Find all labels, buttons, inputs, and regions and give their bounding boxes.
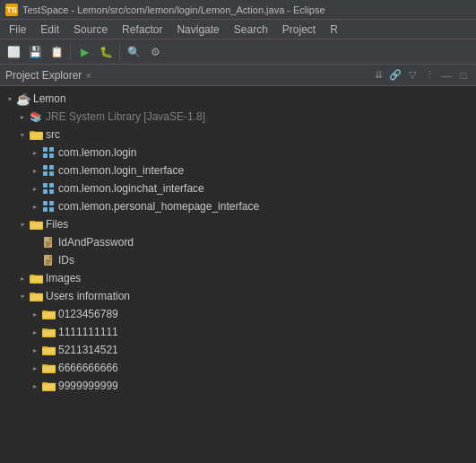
tree-arrow-user3[interactable]: [29, 344, 41, 356]
maximize-btn[interactable]: □: [456, 68, 471, 83]
svg-rect-14: [43, 189, 48, 194]
tree-icon-user4: [41, 361, 56, 375]
svg-rect-36: [30, 275, 43, 283]
svg-rect-15: [49, 189, 54, 194]
svg-rect-19: [49, 207, 54, 212]
tree-item-lemon[interactable]: ☕ Lemon: [0, 90, 476, 108]
tree-item-images[interactable]: Images: [0, 269, 476, 287]
collapse-all-btn[interactable]: ⇊: [371, 68, 385, 83]
tree-icon-pkg2: [41, 163, 56, 178]
tree-label-pkg4: com.lemon.personal_homepage_interface: [58, 200, 259, 213]
svg-rect-10: [43, 171, 48, 176]
svg-rect-2: [30, 132, 43, 139]
tree-label-user4: 6666666666: [58, 362, 118, 374]
toolbar-sep2: [119, 44, 120, 60]
panel-header-actions: ⇊ 🔗 ▽ ⋮ — □: [371, 68, 471, 83]
tree-item-files[interactable]: Files: [0, 215, 476, 233]
svg-rect-52: [42, 347, 56, 354]
svg-rect-60: [42, 383, 56, 390]
svg-rect-44: [42, 311, 56, 319]
tree-item-pkg2[interactable]: com.lemon.login_interface: [0, 162, 476, 179]
toolbar-run-btn[interactable]: ▶: [74, 42, 94, 62]
svg-rect-16: [43, 201, 48, 205]
menu-item-edit[interactable]: Edit: [33, 20, 66, 39]
tree-item-user4[interactable]: 6666666666: [0, 359, 476, 377]
tree-label-user1: 0123456789: [58, 308, 118, 320]
menu-bar: FileEditSourceRefactorNavigateSearchProj…: [0, 20, 476, 39]
tree-item-user1[interactable]: 0123456789: [0, 305, 476, 323]
svg-rect-6: [43, 153, 48, 158]
toolbar: ⬜ 💾 📋 ▶ 🐛 🔍 ⚙: [0, 39, 476, 65]
tree-arrow-images[interactable]: [16, 272, 29, 284]
menu-item-search[interactable]: Search: [227, 20, 275, 39]
tree-item-file1[interactable]: IdAndPassword: [0, 233, 476, 251]
tree-label-jre: JRE System Library [JavaSE-1.8]: [46, 110, 205, 123]
tree-label-users: Users information: [46, 290, 130, 302]
menu-item-refactor[interactable]: Refactor: [115, 20, 169, 39]
toolbar-btn4[interactable]: 🔍: [124, 42, 143, 62]
tree-arrow-file1[interactable]: [29, 236, 41, 249]
toolbar-save-btn[interactable]: 💾: [25, 42, 45, 62]
tree-arrow-src[interactable]: [16, 128, 29, 141]
tree-icon-src: [29, 127, 43, 142]
tree-label-user3: 5211314521: [58, 344, 118, 356]
minimize-btn[interactable]: —: [439, 68, 454, 83]
tree-arrow-files[interactable]: [16, 218, 29, 231]
panel-close-btn[interactable]: ×: [85, 70, 91, 81]
tree-label-user2: 1111111111: [58, 326, 118, 338]
toolbar-new-btn[interactable]: ⬜: [4, 42, 23, 62]
tree-arrow-user4[interactable]: [29, 362, 41, 374]
tree-item-user5[interactable]: 9999999999: [0, 377, 476, 395]
tree-item-pkg1[interactable]: com.lemon.login: [0, 144, 476, 162]
tree-item-jre[interactable]: 📚 JRE System Library [JavaSE-1.8]: [0, 108, 476, 126]
panel-title: Project Explorer: [5, 69, 82, 82]
toolbar-btn5[interactable]: ⚙: [145, 42, 165, 62]
tree-arrow-pkg1[interactable]: [29, 146, 41, 159]
svg-rect-22: [30, 222, 43, 229]
tree-item-users[interactable]: Users information: [0, 287, 476, 305]
menu-item-source[interactable]: Source: [66, 20, 115, 39]
tree-arrow-file2[interactable]: [29, 254, 41, 266]
tree-arrow-lemon[interactable]: [4, 92, 16, 105]
svg-rect-12: [43, 183, 48, 188]
tree-item-file2[interactable]: IDs: [0, 251, 476, 269]
tree-item-pkg3[interactable]: com.lemon.loginchat_interface: [0, 179, 476, 197]
title-bar: TS TestSpace - Lemon/src/com/lemon/login…: [0, 0, 476, 20]
tree-item-pkg4[interactable]: com.lemon.personal_homepage_interface: [0, 197, 476, 215]
tree-label-pkg2: com.lemon.login_interface: [58, 164, 184, 177]
toolbar-debug-btn[interactable]: 🐛: [96, 42, 116, 62]
filter-btn[interactable]: ▽: [405, 68, 420, 83]
tree-arrow-pkg4[interactable]: [29, 200, 41, 213]
main-area: Project Explorer × ⇊ 🔗 ▽ ⋮ — □ ☕ Lemon 📚…: [0, 65, 476, 463]
svg-rect-13: [49, 183, 54, 188]
tree-label-file2: IDs: [58, 254, 74, 266]
tree-arrow-pkg2[interactable]: [29, 164, 41, 177]
tree-label-src: src: [46, 128, 60, 141]
tree-label-images: Images: [46, 272, 81, 284]
tree-arrow-user2[interactable]: [29, 326, 41, 338]
tree-arrow-jre[interactable]: [16, 110, 29, 123]
tree-arrow-user5[interactable]: [29, 380, 41, 392]
tree-arrow-pkg3[interactable]: [29, 182, 41, 195]
menu-item-navigate[interactable]: Navigate: [169, 20, 226, 39]
tree-icon-pkg4: [41, 199, 56, 214]
project-explorer-panel: Project Explorer × ⇊ 🔗 ▽ ⋮ — □ ☕ Lemon 📚…: [0, 65, 476, 463]
tree-arrow-users[interactable]: [16, 290, 29, 302]
tree-arrow-user1[interactable]: [29, 308, 41, 320]
toolbar-btn3[interactable]: 📋: [47, 42, 66, 62]
menu-item-project[interactable]: Project: [275, 20, 323, 39]
svg-rect-4: [43, 147, 48, 152]
tree-label-lemon: Lemon: [33, 92, 66, 105]
tree-item-user3[interactable]: 5211314521: [0, 341, 476, 359]
tree-icon-pkg1: [41, 145, 56, 160]
tree-icon-file2: [41, 253, 56, 267]
tree-item-src[interactable]: src: [0, 126, 476, 144]
tree-item-user2[interactable]: 1111111111: [0, 323, 476, 341]
tree-icon-files: [29, 217, 43, 232]
tree-icon-jre: 📚: [29, 109, 43, 124]
project-tree: ☕ Lemon 📚 JRE System Library [JavaSE-1.8…: [0, 86, 476, 463]
menu-item-file[interactable]: File: [2, 20, 33, 39]
link-editor-btn[interactable]: 🔗: [388, 68, 402, 83]
view-menu-btn[interactable]: ⋮: [422, 68, 437, 83]
menu-item-r[interactable]: R: [323, 20, 345, 39]
